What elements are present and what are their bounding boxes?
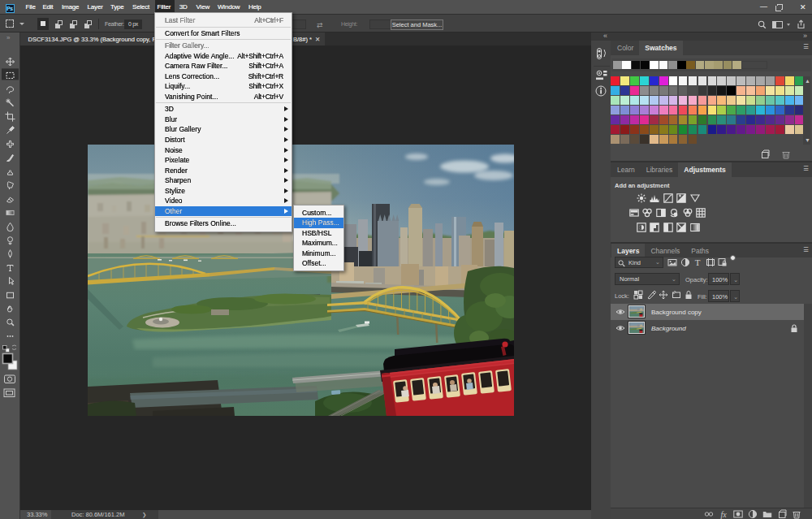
svg-text:T: T xyxy=(695,257,701,267)
svg-text:fx: fx xyxy=(720,510,727,519)
